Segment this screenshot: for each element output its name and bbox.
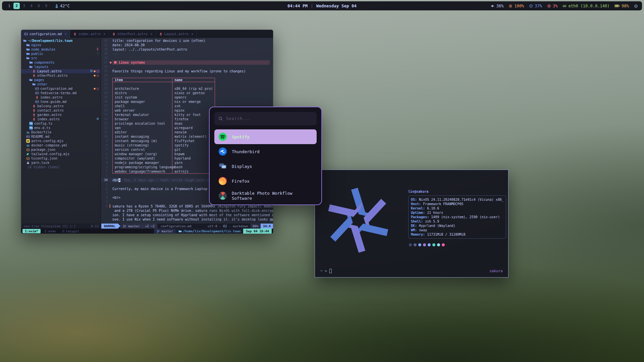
tree-item[interactable]: {}tsconfig.json	[21, 156, 101, 161]
table-cell-name: neovim	[172, 130, 215, 134]
line-number: 2	[101, 169, 110, 174]
module-power[interactable]	[634, 4, 638, 8]
clock-separator: |	[311, 3, 313, 8]
tree-item[interactable]: fediverse-terms.md	[21, 91, 101, 95]
tree-item[interactable]: Layout.astroH●□	[21, 69, 101, 73]
editor-line: 25Favorite things regarding Linux and my…	[101, 69, 273, 73]
search-input[interactable]	[226, 116, 313, 121]
module-disk[interactable]: 37%	[529, 4, 542, 8]
palette-dot	[423, 243, 426, 246]
module-brightness[interactable]: 100%	[508, 4, 524, 8]
launcher-item-0[interactable]: Spotify	[214, 129, 317, 144]
tree-item[interactable]: balcony.astro	[21, 104, 101, 108]
workspace-9[interactable]: 9	[43, 3, 49, 9]
tree-item[interactable]: index.astroH	[21, 117, 101, 121]
thermometer-icon	[55, 4, 59, 8]
tree-item[interactable]: (6 hidden items)	[21, 165, 101, 169]
tree-item[interactable]: {}package.json	[21, 147, 101, 152]
workspace-3[interactable]: 3	[21, 3, 27, 9]
tree-item[interactable]: src	[21, 56, 101, 60]
tree-item[interactable]: nginx	[21, 43, 101, 47]
ts-icon: TS	[29, 126, 33, 130]
table-cell-item: web server	[112, 108, 172, 113]
launcher-item-4[interactable]: Darktable Photo Workflow Software	[214, 188, 317, 203]
tmux-window-2:node[interactable]: 2:node	[42, 229, 58, 233]
tree-item[interactable]: Dockerfile	[21, 130, 101, 134]
tree-item[interactable]: tailwind.config.mjs	[21, 152, 101, 156]
tab-configuration.md[interactable]: configuration.md×	[21, 30, 70, 38]
table-cell-name: yarn	[172, 161, 215, 165]
segment-separator: ‹	[219, 224, 221, 228]
git-branch-name: master	[128, 224, 140, 228]
tree-item[interactable]: README.md	[21, 134, 101, 139]
module-network[interactable]: eth0 (10.0.0.140)	[562, 4, 609, 8]
launcher-item-label: Firefox	[232, 179, 250, 184]
tree-item[interactable]: public?	[21, 52, 101, 56]
fetch-terminal[interactable]: liv@sakura OS: NixOS 24.11.20240828.71e9…	[315, 170, 508, 278]
tree-item[interactable]: contact.astro	[21, 108, 101, 113]
astro-icon	[73, 32, 77, 36]
tree-item[interactable]: components	[21, 60, 101, 65]
tree-item[interactable]: TSconfig.ts	[21, 121, 101, 126]
tmux-path-segment: /home/liv/Development/liv.town	[176, 229, 244, 234]
launcher-item-1[interactable]: Thunderbird	[214, 144, 317, 159]
table-cell-item: compositor (wayland)	[112, 156, 172, 161]
module-volume[interactable]: 36%	[491, 4, 504, 8]
module-battery[interactable]: 98%	[614, 4, 629, 8]
tree-item[interactable]: tone-guide.md	[21, 100, 101, 104]
table-cell-name: fluffychat	[172, 139, 215, 143]
table-cell-item: terminal emulator	[112, 113, 172, 117]
tree-item[interactable]: otherPost.astro●□	[21, 73, 101, 78]
tab-otherPost.astro[interactable]: otherPost.astro×	[109, 30, 156, 38]
tree-item[interactable]: configuration.md●□	[21, 86, 101, 91]
table-cell-item: editor	[112, 130, 172, 134]
tab-Layout.astro[interactable]: Layout.astro×	[156, 30, 197, 38]
editor-line: 32title: configuration for devices i use…	[101, 39, 273, 43]
tree-item[interactable]: other	[21, 82, 101, 86]
launcher-item-2[interactable]: Displays	[214, 159, 317, 174]
line-number: 26	[101, 65, 110, 69]
clock[interactable]: 04:44 PM | Wednesday Sep 04	[287, 3, 357, 8]
tmux-window-3:lazygit[interactable]: 3:lazygit	[59, 229, 81, 233]
tree-item[interactable]: garden.astro	[21, 113, 101, 117]
buffer-text: layout: ../../layouts/otherPost.astro	[112, 47, 187, 52]
markdown-icon	[35, 91, 39, 95]
table-cell-name: firefox	[172, 117, 215, 121]
shell-prompt: ~ >	[320, 269, 332, 273]
tree-item[interactable]: layouts	[21, 65, 101, 69]
tmux-window-1:nvim*[interactable]: 1:nvim*	[22, 229, 41, 233]
close-icon[interactable]: ×	[64, 32, 67, 36]
tab-label: Layout.astro	[164, 32, 189, 36]
tree-root[interactable]: ~/Development/liv.town	[21, 39, 101, 43]
workspace-2[interactable]: 2	[13, 3, 20, 9]
line-number: 22	[101, 82, 110, 86]
workspace-4[interactable]: 4	[28, 3, 35, 9]
astro-icon	[35, 96, 39, 99]
file-tree[interactable]: ~/Development/liv.townnginxnode_modulesE…	[21, 38, 101, 224]
workspace-8[interactable]: 8	[36, 3, 42, 9]
launcher-search[interactable]	[214, 112, 317, 125]
close-icon[interactable]: ×	[191, 32, 194, 36]
tree-item[interactable]: TSenv.d.ts	[21, 126, 101, 130]
editor-line: 24	[101, 73, 273, 78]
tree-item[interactable]: docker-compose.yml	[21, 143, 101, 147]
tree-item[interactable]: JSastro.config.mjs	[21, 139, 101, 143]
table-separator	[112, 82, 172, 86]
tree-item[interactable]: node_modulesE	[21, 47, 101, 52]
line-number: 27	[101, 60, 110, 65]
launcher-item-3[interactable]: Firefox	[214, 174, 317, 188]
tree-item[interactable]: pages	[21, 78, 101, 82]
tree-item[interactable]: index.astro	[21, 95, 101, 100]
module-cpu[interactable]: 3%	[547, 4, 557, 8]
line-number: 24	[101, 73, 110, 78]
close-icon[interactable]: ×	[150, 32, 153, 36]
tab-index.astro[interactable]: index.astro×	[70, 30, 109, 38]
tree-item[interactable]: yarn.lock	[21, 161, 101, 165]
close-icon[interactable]: ×	[103, 32, 106, 36]
workspace-1[interactable]: 1	[6, 3, 12, 9]
line-number: 18	[101, 100, 110, 104]
folder-icon	[26, 52, 30, 56]
terminal-cursor	[329, 269, 332, 273]
astro-icon	[32, 117, 36, 121]
tree-item-label: nginx	[31, 43, 41, 47]
